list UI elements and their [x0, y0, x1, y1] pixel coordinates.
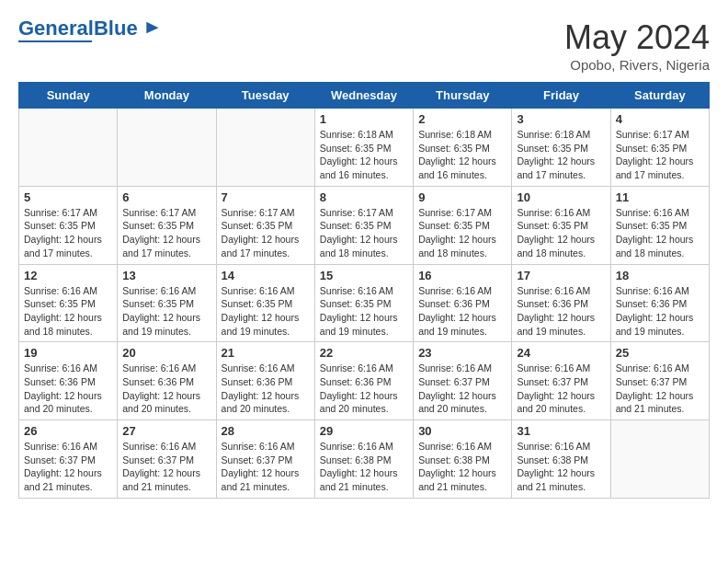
calendar-cell: 29Sunrise: 6:16 AM Sunset: 6:38 PM Dayli… — [314, 420, 413, 499]
day-info: Sunrise: 6:16 AM Sunset: 6:35 PM Dayligh… — [122, 284, 210, 339]
calendar-cell: 18Sunrise: 6:16 AM Sunset: 6:36 PM Dayli… — [610, 264, 709, 342]
logo-icon — [140, 18, 160, 39]
calendar-cell: 25Sunrise: 6:16 AM Sunset: 6:37 PM Dayli… — [610, 342, 709, 420]
day-number: 20 — [122, 346, 210, 360]
day-number: 29 — [320, 424, 408, 438]
calendar-week-row: 1Sunrise: 6:18 AM Sunset: 6:35 PM Daylig… — [19, 109, 710, 187]
day-number: 31 — [517, 424, 605, 438]
day-number: 16 — [418, 269, 506, 282]
weekday-header: Sunday — [19, 83, 118, 109]
day-number: 14 — [222, 269, 310, 282]
day-number: 7 — [222, 190, 310, 204]
day-number: 5 — [24, 190, 112, 204]
day-info: Sunrise: 6:16 AM Sunset: 6:35 PM Dayligh… — [616, 206, 704, 260]
calendar-cell: 23Sunrise: 6:16 AM Sunset: 6:37 PM Dayli… — [414, 342, 512, 420]
day-number: 3 — [517, 112, 605, 126]
calendar-cell — [216, 109, 314, 187]
day-number: 13 — [122, 269, 210, 282]
calendar-cell: 16Sunrise: 6:16 AM Sunset: 6:36 PM Dayli… — [414, 264, 512, 342]
day-info: Sunrise: 6:18 AM Sunset: 6:35 PM Dayligh… — [320, 128, 408, 182]
day-info: Sunrise: 6:16 AM Sunset: 6:36 PM Dayligh… — [320, 362, 408, 416]
day-number: 15 — [320, 269, 408, 282]
day-number: 17 — [517, 269, 605, 282]
day-info: Sunrise: 6:16 AM Sunset: 6:36 PM Dayligh… — [24, 362, 112, 416]
day-info: Sunrise: 6:16 AM Sunset: 6:38 PM Dayligh… — [418, 440, 506, 494]
day-info: Sunrise: 6:16 AM Sunset: 6:35 PM Dayligh… — [517, 206, 605, 260]
day-number: 26 — [24, 424, 112, 438]
day-info: Sunrise: 6:16 AM Sunset: 6:38 PM Dayligh… — [517, 440, 605, 494]
day-info: Sunrise: 6:17 AM Sunset: 6:35 PM Dayligh… — [320, 206, 408, 260]
calendar-cell: 4Sunrise: 6:17 AM Sunset: 6:35 PM Daylig… — [610, 109, 709, 187]
weekday-header: Thursday — [414, 83, 512, 109]
calendar-cell: 9Sunrise: 6:17 AM Sunset: 6:35 PM Daylig… — [414, 186, 512, 264]
day-number: 21 — [222, 346, 310, 360]
day-number: 8 — [320, 190, 408, 204]
day-info: Sunrise: 6:16 AM Sunset: 6:36 PM Dayligh… — [122, 362, 210, 416]
day-info: Sunrise: 6:16 AM Sunset: 6:37 PM Dayligh… — [222, 440, 310, 494]
calendar-table: SundayMondayTuesdayWednesdayThursdayFrid… — [18, 82, 710, 499]
weekday-header: Monday — [118, 83, 216, 109]
day-number: 28 — [222, 424, 310, 438]
title-block: May 2024 Opobo, Rivers, Nigeria — [564, 18, 710, 73]
day-number: 30 — [418, 424, 506, 438]
calendar-cell: 21Sunrise: 6:16 AM Sunset: 6:36 PM Dayli… — [216, 342, 314, 420]
calendar-cell: 24Sunrise: 6:16 AM Sunset: 6:37 PM Dayli… — [512, 342, 610, 420]
calendar-cell: 22Sunrise: 6:16 AM Sunset: 6:36 PM Dayli… — [314, 342, 413, 420]
day-info: Sunrise: 6:16 AM Sunset: 6:36 PM Dayligh… — [517, 284, 605, 339]
day-number: 27 — [122, 424, 210, 438]
day-info: Sunrise: 6:17 AM Sunset: 6:35 PM Dayligh… — [122, 206, 210, 260]
calendar-cell: 1Sunrise: 6:18 AM Sunset: 6:35 PM Daylig… — [314, 109, 413, 187]
calendar-cell: 26Sunrise: 6:16 AM Sunset: 6:37 PM Dayli… — [19, 420, 118, 499]
day-info: Sunrise: 6:16 AM Sunset: 6:37 PM Dayligh… — [24, 440, 112, 494]
month-year: May 2024 — [564, 18, 710, 57]
calendar-week-row: 12Sunrise: 6:16 AM Sunset: 6:35 PM Dayli… — [19, 264, 710, 342]
day-number: 4 — [616, 112, 704, 126]
logo-text: GeneralBlue — [18, 18, 138, 39]
weekday-header-row: SundayMondayTuesdayWednesdayThursdayFrid… — [19, 83, 710, 109]
weekday-header: Wednesday — [314, 83, 413, 109]
calendar-cell: 20Sunrise: 6:16 AM Sunset: 6:36 PM Dayli… — [118, 342, 216, 420]
day-number: 6 — [122, 190, 210, 204]
calendar-cell — [610, 420, 709, 499]
calendar-cell: 12Sunrise: 6:16 AM Sunset: 6:35 PM Dayli… — [19, 264, 118, 342]
calendar-cell: 15Sunrise: 6:16 AM Sunset: 6:35 PM Dayli… — [314, 264, 413, 342]
calendar-cell: 13Sunrise: 6:16 AM Sunset: 6:35 PM Dayli… — [118, 264, 216, 342]
day-number: 9 — [418, 190, 506, 204]
day-number: 11 — [616, 190, 704, 204]
calendar-cell: 11Sunrise: 6:16 AM Sunset: 6:35 PM Dayli… — [610, 186, 709, 264]
day-info: Sunrise: 6:16 AM Sunset: 6:36 PM Dayligh… — [616, 284, 704, 339]
calendar-cell: 31Sunrise: 6:16 AM Sunset: 6:38 PM Dayli… — [512, 420, 610, 499]
day-info: Sunrise: 6:16 AM Sunset: 6:37 PM Dayligh… — [616, 362, 704, 416]
weekday-header: Saturday — [610, 83, 709, 109]
calendar-cell: 27Sunrise: 6:16 AM Sunset: 6:37 PM Dayli… — [118, 420, 216, 499]
weekday-header: Tuesday — [216, 83, 314, 109]
day-number: 24 — [517, 346, 605, 360]
day-info: Sunrise: 6:16 AM Sunset: 6:35 PM Dayligh… — [24, 284, 112, 339]
page-header: GeneralBlue May 2024 Opobo, Rivers, Nige… — [18, 18, 710, 73]
location: Opobo, Rivers, Nigeria — [564, 57, 710, 73]
day-info: Sunrise: 6:16 AM Sunset: 6:37 PM Dayligh… — [517, 362, 605, 416]
day-number: 18 — [616, 269, 704, 282]
calendar-cell — [19, 109, 118, 187]
calendar-week-row: 5Sunrise: 6:17 AM Sunset: 6:35 PM Daylig… — [19, 186, 710, 264]
day-info: Sunrise: 6:16 AM Sunset: 6:37 PM Dayligh… — [418, 362, 506, 416]
calendar-week-row: 19Sunrise: 6:16 AM Sunset: 6:36 PM Dayli… — [19, 342, 710, 420]
day-info: Sunrise: 6:18 AM Sunset: 6:35 PM Dayligh… — [517, 128, 605, 182]
day-number: 12 — [24, 269, 112, 282]
day-number: 19 — [24, 346, 112, 360]
day-number: 22 — [320, 346, 408, 360]
day-info: Sunrise: 6:16 AM Sunset: 6:36 PM Dayligh… — [418, 284, 506, 339]
calendar-cell: 19Sunrise: 6:16 AM Sunset: 6:36 PM Dayli… — [19, 342, 118, 420]
svg-marker-0 — [146, 22, 158, 33]
calendar-cell: 30Sunrise: 6:16 AM Sunset: 6:38 PM Dayli… — [414, 420, 512, 499]
calendar-cell: 28Sunrise: 6:16 AM Sunset: 6:37 PM Dayli… — [216, 420, 314, 499]
day-number: 2 — [418, 112, 506, 126]
day-number: 23 — [418, 346, 506, 360]
calendar-cell — [118, 109, 216, 187]
day-info: Sunrise: 6:18 AM Sunset: 6:35 PM Dayligh… — [418, 128, 506, 182]
day-info: Sunrise: 6:17 AM Sunset: 6:35 PM Dayligh… — [24, 206, 112, 260]
calendar-cell: 2Sunrise: 6:18 AM Sunset: 6:35 PM Daylig… — [414, 109, 512, 187]
day-info: Sunrise: 6:16 AM Sunset: 6:38 PM Dayligh… — [320, 440, 408, 494]
logo: GeneralBlue — [18, 18, 160, 42]
calendar-cell: 6Sunrise: 6:17 AM Sunset: 6:35 PM Daylig… — [118, 186, 216, 264]
